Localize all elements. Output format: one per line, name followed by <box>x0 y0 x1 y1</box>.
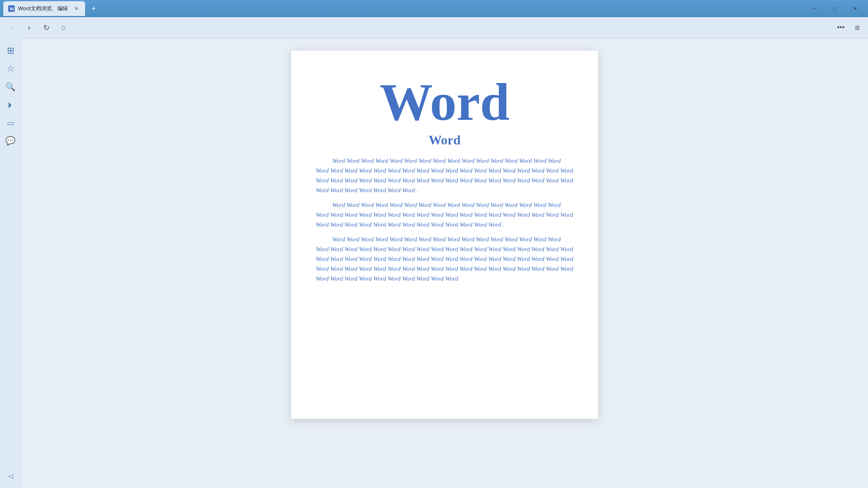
navbar: ‹ › ↻ ⌂ ••• ≡ <box>0 17 868 38</box>
document-paragraph-3: Word Word Word Word Word Word Word Word … <box>316 234 573 283</box>
maximize-button[interactable]: □ <box>825 2 844 15</box>
main-content: Word Word Word Word Word Word Word Word … <box>21 38 868 488</box>
svg-text:W: W <box>9 6 14 12</box>
close-button[interactable]: ✕ <box>846 2 865 15</box>
sidebar-item-play[interactable]: ⏵ <box>2 97 19 113</box>
refresh-button[interactable]: ↻ <box>39 21 53 35</box>
sidebar: ⊞ ☆ 🔍 ⏵ ▭ 💬 ◁ <box>0 38 21 488</box>
tab-close-button[interactable]: ✕ <box>73 5 80 12</box>
add-tab-button[interactable]: + <box>88 2 100 15</box>
sidebar-collapse-button[interactable]: ◁ <box>2 468 19 484</box>
more-button[interactable]: ••• <box>834 22 848 34</box>
window-controls: — □ ✕ <box>805 2 865 15</box>
star-icon: ☆ <box>7 63 15 74</box>
play-circle-icon: ⏵ <box>7 100 15 110</box>
sidebar-item-favorites[interactable]: ☆ <box>2 61 19 77</box>
chevron-left-icon: ◁ <box>8 472 13 480</box>
sidebar-item-chat[interactable]: 💬 <box>2 133 19 149</box>
tab-favicon-icon: W <box>8 5 15 12</box>
titlebar: W Word文档浏览、编辑 ✕ + — □ ✕ <box>0 0 868 17</box>
chat-icon: 💬 <box>5 136 16 146</box>
document-subtitle: Word <box>316 133 573 148</box>
minimize-button[interactable]: — <box>805 2 824 15</box>
tab-title: Word文档浏览、编辑 <box>18 5 70 12</box>
grid-icon: ⊞ <box>7 45 14 56</box>
back-button[interactable]: ‹ <box>5 21 19 35</box>
home-button[interactable]: ⌂ <box>56 21 70 35</box>
document-paragraph-2: Word Word Word Word Word Word Word Word … <box>316 200 573 229</box>
document-main-title: Word <box>316 75 573 128</box>
sidebar-item-video[interactable]: ▭ <box>2 115 19 131</box>
video-icon: ▭ <box>7 118 14 128</box>
forward-button[interactable]: › <box>22 21 36 35</box>
sidebar-item-search[interactable]: 🔍 <box>2 79 19 95</box>
document-paragraph-1: Word Word Word Word Word Word Word Word … <box>316 156 573 195</box>
search-icon: 🔍 <box>5 82 16 92</box>
document-page: Word Word Word Word Word Word Word Word … <box>291 51 598 419</box>
menu-button[interactable]: ≡ <box>851 21 863 35</box>
browser-tab[interactable]: W Word文档浏览、编辑 ✕ <box>3 1 85 16</box>
sidebar-item-grid[interactable]: ⊞ <box>2 43 19 59</box>
